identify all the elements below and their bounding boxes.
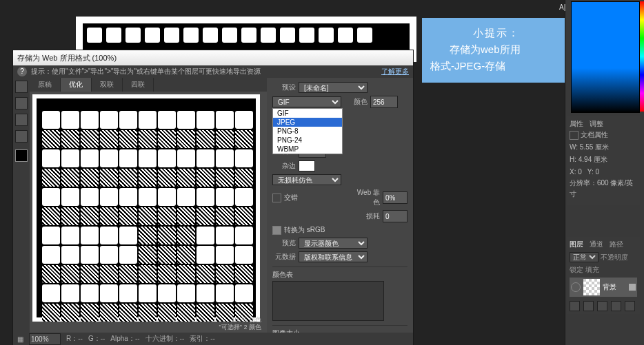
preview-select[interactable]: 显示器颜色	[299, 238, 368, 249]
preview-tabs: 原稿 优化 双联 四联	[30, 78, 267, 92]
canvas-info: 100% 仿色 "可选择" 2 颜色	[219, 316, 261, 331]
trash-icon[interactable]	[625, 301, 635, 311]
layer-name: 背景	[603, 282, 626, 292]
tip-line-3: 格式-JPEG-存储	[430, 58, 563, 74]
lock-icon[interactable]	[629, 284, 636, 291]
tab-optimized[interactable]: 优化	[61, 78, 92, 92]
matte-swatch[interactable]	[299, 160, 315, 171]
status-g: G：--	[88, 334, 105, 344]
blend-mode-select[interactable]: 正常	[570, 252, 598, 262]
color-swatch[interactable]	[15, 149, 28, 162]
layer-row[interactable]: 背景	[570, 278, 637, 297]
dialog-toolstrip	[13, 78, 30, 333]
format-option-png8[interactable]: PNG-8	[273, 127, 342, 136]
zoom-input[interactable]	[29, 333, 61, 345]
doc-properties-label: 文档属性	[570, 129, 637, 140]
colors-input[interactable]	[370, 96, 398, 108]
doc-icon	[570, 131, 578, 140]
format-option-jpeg[interactable]: JPEG	[273, 118, 342, 127]
layers-panel: 图层 通道 路径 正常 不透明度 锁定 填充 背景	[567, 237, 640, 314]
dialog-statusbar: ▦ R：-- G：-- Alpha：-- 十六进制：-- 索引：--	[13, 333, 413, 345]
properties-panel: 属性 调整 文档属性 W: 5.55 厘米 H: 4.94 厘米 X: 0 Y:…	[567, 116, 640, 205]
hand-tool-icon[interactable]	[15, 81, 28, 93]
websafe-input[interactable]	[383, 191, 407, 204]
folder-icon[interactable]	[597, 301, 607, 311]
mask-icon[interactable]	[583, 301, 594, 311]
status-r: R：--	[66, 334, 83, 344]
save-for-web-dialog: 存储为 Web 所用格式 (100%) ? 提示：使用"文件">"导出">"导出…	[12, 50, 414, 345]
format-dropdown-menu: GIF JPEG PNG-8 PNG-24 WBMP	[272, 108, 343, 154]
info-icon: ?	[17, 67, 27, 76]
lossless-dither-select[interactable]: 无损耗仿色	[272, 174, 341, 185]
color-picker-label: A|	[559, 3, 565, 11]
hint-bar: ? 提示：使用"文件">"导出">"导出为"或右键单击某个图层可更快速地导出资源…	[13, 65, 413, 78]
preset-select[interactable]: [未命名]	[299, 82, 368, 93]
eyedropper-tool-icon[interactable]	[15, 130, 28, 143]
colortable-label: 颜色表	[272, 270, 407, 280]
preset-label: 预设	[272, 83, 296, 92]
tab-paths[interactable]: 路径	[610, 240, 623, 248]
tip-title: 小提示：	[430, 25, 563, 41]
hint-text: 提示：使用"文件">"导出">"导出为"或右键单击某个图层可更快速地导出资源	[31, 67, 261, 76]
interlace-check[interactable]	[272, 194, 281, 202]
learn-more-link[interactable]: 了解更多	[381, 67, 409, 76]
layers-footer	[570, 301, 637, 311]
srgb-check[interactable]	[272, 226, 281, 235]
settings-panel: 预设 [未命名] GIF GIF JPEG PNG-8 PNG-24 WBMP	[267, 78, 413, 333]
preview-canvas[interactable]	[32, 94, 260, 322]
format-option-gif[interactable]: GIF	[273, 109, 342, 118]
layer-thumb	[583, 279, 600, 295]
visibility-icon[interactable]	[571, 282, 581, 292]
status-alpha: Alpha：--	[110, 334, 139, 344]
format-select[interactable]: GIF	[272, 96, 341, 107]
status-index: 索引：--	[190, 334, 215, 344]
tip-line-2: 存储为web所用	[450, 41, 563, 58]
tab-adjust[interactable]: 调整	[590, 120, 603, 127]
resolution: 分辨率：600 像素/英寸	[570, 178, 637, 200]
dialog-titlebar[interactable]: 存储为 Web 所用格式 (100%)	[13, 50, 413, 65]
tab-channels[interactable]: 通道	[590, 240, 603, 248]
format-option-png24[interactable]: PNG-24	[273, 136, 342, 145]
tip-callout: 小提示： 存储为web所用 格式-JPEG-存储	[422, 18, 571, 83]
tab-4up[interactable]: 四联	[123, 78, 154, 92]
format-option-wbmp[interactable]: WBMP	[273, 145, 342, 154]
color-table[interactable]	[272, 281, 384, 321]
hue-strip[interactable]	[640, 1, 644, 112]
fx-icon[interactable]	[570, 301, 580, 311]
tab-layers[interactable]: 图层	[570, 240, 583, 248]
tab-original[interactable]: 原稿	[30, 78, 61, 92]
dialog-title: 存储为 Web 所用格式 (100%)	[17, 53, 117, 63]
new-layer-icon[interactable]	[611, 301, 621, 311]
lossy-input[interactable]	[383, 210, 407, 222]
metadata-select[interactable]: 版权和联系信息	[299, 251, 368, 262]
grid-icon[interactable]: ▦	[17, 335, 23, 343]
slice-tool-icon[interactable]	[15, 97, 28, 109]
zoom-tool-icon[interactable]	[15, 114, 28, 126]
color-picker[interactable]: A|	[571, 1, 640, 113]
tab-2up[interactable]: 双联	[92, 78, 123, 92]
status-hex: 十六进制：--	[145, 334, 185, 344]
tab-properties[interactable]: 属性	[570, 120, 583, 127]
